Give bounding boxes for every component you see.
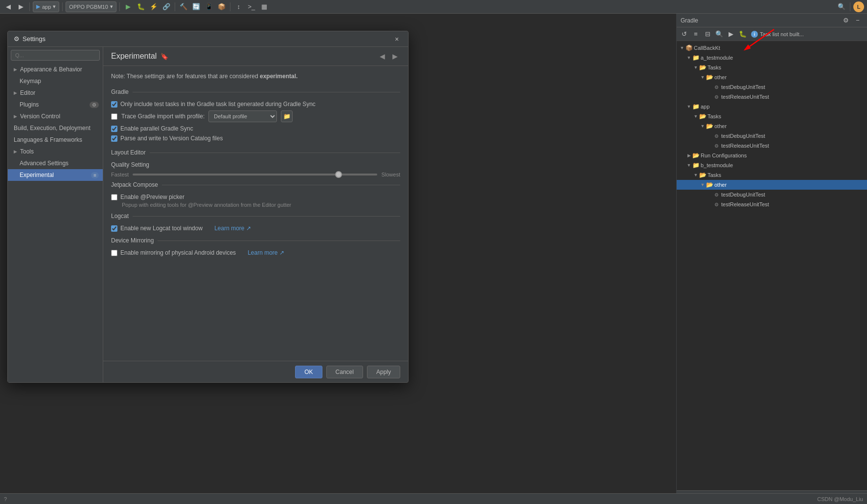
version-catalog-checkbox[interactable] — [111, 135, 117, 142]
tree-item-b_testmodule[interactable]: ▼ 📁 b_testmodule — [677, 160, 867, 170]
cancel-button[interactable]: Cancel — [326, 366, 363, 378]
tree-label: Tasks — [707, 65, 721, 70]
sidebar-item-keymap[interactable]: Keymap — [8, 75, 103, 87]
sidebar-item-languages[interactable]: Languages & Frameworks — [8, 134, 103, 146]
tree-item-tasks-3[interactable]: ▼ 📂 Tasks — [677, 170, 867, 180]
sidebar-item-version-control[interactable]: ▶ Version Control — [8, 110, 103, 122]
trace-gradle-label[interactable]: Trace Gradle import with profile: — [121, 113, 205, 120]
vcs-btn[interactable]: ↕ — [233, 1, 244, 12]
gradle-run-btn[interactable]: ▶ — [726, 29, 736, 40]
tree-item-testdebug-2[interactable]: ⚙ testDebugUnitTest — [677, 131, 867, 141]
settings-dialog: ⚙ Settings × ▶ Appearance & Behavior — [7, 31, 409, 383]
sidebar-label: Languages & Frameworks — [14, 136, 82, 143]
tree-item-testrelease-2[interactable]: ⚙ testReleaseUnitTest — [677, 141, 867, 151]
gradle-title: Gradle — [681, 17, 698, 24]
app-dropdown-icon: ▾ — [53, 3, 56, 10]
nav-forward-btn[interactable]: ▶ — [389, 51, 400, 62]
bookmark-icon: 🔖 — [160, 52, 168, 60]
app-selector[interactable]: ▶ app ▾ — [33, 1, 59, 12]
only-test-tasks-label[interactable]: Only include test tasks in the Gradle ta… — [120, 101, 316, 108]
slider-row: Fastest Slowest — [111, 172, 400, 177]
task-icon: ⚙ — [713, 142, 720, 149]
tree-item-tasks-1[interactable]: ▼ 📂 Tasks — [677, 63, 867, 72]
gradle-debug-btn[interactable]: 🐛 — [737, 29, 748, 40]
sidebar-item-build[interactable]: Build, Execution, Deployment — [8, 122, 103, 134]
settings-search[interactable] — [11, 50, 100, 61]
settings-content: Experimental 🔖 ◀ ▶ Note: These settings … — [103, 47, 408, 382]
sidebar-item-plugins[interactable]: Plugins ⚙ — [8, 99, 103, 110]
run-btn[interactable]: ▶ — [123, 1, 134, 12]
trace-profile-select[interactable]: Default profile — [208, 110, 277, 122]
debug-btn[interactable]: 🐛 — [136, 1, 146, 12]
gradle-settings-btn[interactable]: ⚙ — [841, 15, 851, 26]
avd-btn[interactable]: 📱 — [204, 1, 214, 12]
tree-item-testdebug-1[interactable]: ⚙ testDebugUnitTest — [677, 82, 867, 92]
profile-btn[interactable]: ⚡ — [148, 1, 159, 12]
tree-item-tasks-2[interactable]: ▼ 📂 Tasks — [677, 111, 867, 121]
tree-item-other-1[interactable]: ▼ 📂 other — [677, 72, 867, 82]
tree-item-app[interactable]: ▼ 📁 app — [677, 102, 867, 111]
build-btn[interactable]: 🔨 — [178, 1, 189, 12]
sidebar-item-advanced[interactable]: Advanced Settings — [8, 157, 103, 169]
sidebar-item-editor[interactable]: ▶ Editor — [8, 87, 103, 99]
tree-item-testdebug-3[interactable]: ⚙ testDebugUnitTest — [677, 190, 867, 199]
preview-picker-label[interactable]: Enable @Preview picker — [120, 194, 184, 200]
new-logcat-label[interactable]: Enable new Logcat tool window — [120, 225, 203, 232]
preview-picker-checkbox[interactable] — [111, 194, 117, 200]
only-test-tasks-checkbox[interactable] — [111, 101, 117, 108]
tree-item-testrelease-1[interactable]: ⚙ testReleaseUnitTest — [677, 92, 867, 102]
sidebar-item-experimental[interactable]: Experimental ≡ — [8, 169, 103, 181]
tree-item-callbackkt[interactable]: ▼ 📦 CallBackKt — [677, 43, 867, 53]
apply-button[interactable]: Apply — [367, 366, 400, 378]
status-question[interactable]: ? — [4, 496, 7, 502]
module-icon: 📁 — [692, 162, 699, 169]
version-catalog-label[interactable]: Parse and write to Version Catalog files — [120, 135, 223, 142]
tree-arrow — [706, 201, 713, 208]
mirroring-learn-more[interactable]: Learn more ↗ — [248, 249, 284, 256]
device-selector[interactable]: OPPO PGBM10 ▾ — [66, 1, 116, 12]
checkbox-mirroring: Enable mirroring of physical Android dev… — [111, 248, 400, 258]
search-btn[interactable]: 🔍 — [836, 1, 847, 12]
attach-btn[interactable]: 🔗 — [161, 1, 172, 12]
tree-arrow — [706, 84, 713, 90]
tree-arrow: ▼ — [685, 54, 692, 61]
tree-arrow: ▼ — [685, 162, 692, 169]
ok-button[interactable]: OK — [295, 366, 322, 378]
tree-item-run-configs[interactable]: ▶ 📂 Run Configurations — [677, 151, 867, 160]
nav-back-btn[interactable]: ◀ — [377, 51, 388, 62]
trace-gradle-checkbox[interactable] — [111, 113, 117, 120]
sync-btn[interactable]: 🔄 — [191, 1, 202, 12]
forward-btn[interactable]: ▶ — [16, 1, 26, 12]
tree-item-a_testmodule[interactable]: ▼ 📁 a_testmodule — [677, 53, 867, 63]
layout-btn[interactable]: ▦ — [259, 1, 270, 12]
mirroring-checkbox[interactable] — [111, 250, 117, 256]
mirroring-label[interactable]: Enable mirroring of physical Android dev… — [120, 249, 236, 256]
new-logcat-checkbox[interactable] — [111, 225, 117, 232]
tree-item-other-3-selected[interactable]: ▼ 📂 other — [677, 180, 867, 190]
user-avatar[interactable]: L — [853, 1, 864, 12]
settings-sidebar: ▶ Appearance & Behavior Keymap ▶ Editor … — [8, 47, 103, 382]
section-layout-editor: Layout Editor — [111, 149, 400, 156]
logcat-learn-more[interactable]: Learn more ↗ — [214, 225, 251, 232]
tree-item-other-2[interactable]: ▼ 📂 other — [677, 121, 867, 131]
tree-label: other — [714, 123, 727, 129]
section-label-device-mirroring: Device Mirroring — [111, 237, 154, 244]
terminal-btn[interactable]: >_ — [246, 1, 257, 12]
gradle-collapse-all[interactable]: ⊟ — [702, 29, 713, 40]
close-button[interactable]: × — [391, 34, 402, 44]
section-device-mirroring: Device Mirroring — [111, 237, 400, 244]
tree-item-testrelease-3[interactable]: ⚙ testReleaseUnitTest — [677, 199, 867, 209]
gradle-refresh-btn[interactable]: ↺ — [679, 29, 689, 40]
gradle-expand-all[interactable]: ≡ — [690, 29, 701, 40]
parallel-sync-checkbox[interactable] — [111, 126, 117, 132]
gradle-close-btn[interactable]: − — [852, 15, 863, 26]
parallel-sync-label[interactable]: Enable parallel Gradle Sync — [120, 125, 193, 132]
quality-slider[interactable] — [133, 174, 377, 175]
gradle-search-btn[interactable]: 🔍 — [714, 29, 725, 40]
sidebar-item-appearance[interactable]: ▶ Appearance & Behavior — [8, 64, 103, 75]
sidebar-item-tools[interactable]: ▶ Tools — [8, 146, 103, 157]
checkbox-parallel-sync: Enable parallel Gradle Sync — [111, 124, 400, 133]
back-btn[interactable]: ◀ — [3, 1, 14, 12]
trace-file-button[interactable]: 📁 — [281, 110, 293, 122]
sdk-btn[interactable]: 📦 — [216, 1, 227, 12]
